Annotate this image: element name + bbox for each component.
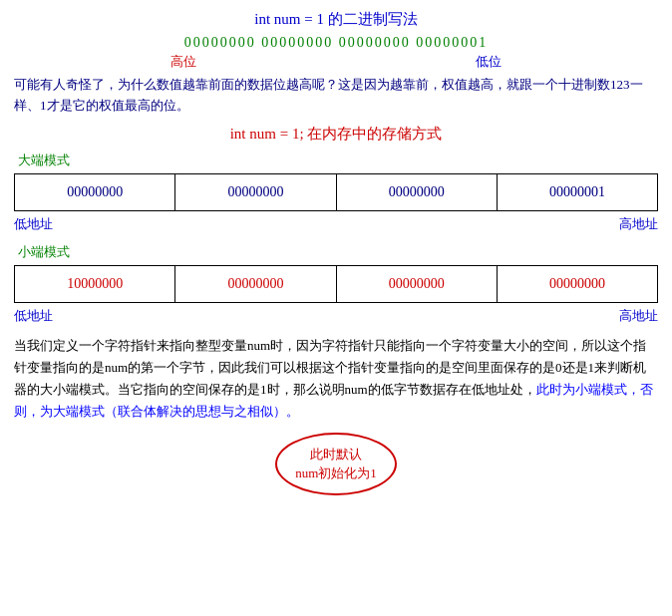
big-endian-high-addr: 高地址 (619, 215, 658, 233)
title-line: int num = 1 的二进制写法 (14, 10, 658, 29)
binary-display: 00000000 00000000 00000000 00000001 (14, 35, 658, 51)
big-endian-low-addr: 低地址 (14, 215, 53, 233)
low-label: 低位 (476, 53, 502, 71)
little-endian-byte-1: 00000000 (175, 265, 336, 302)
big-endian-section: 大端模式 00000000 00000000 00000000 00000001… (14, 152, 658, 233)
big-endian-addr-row: 低地址 高地址 (14, 215, 658, 233)
little-endian-section: 小端模式 10000000 00000000 00000000 00000000… (14, 243, 658, 325)
subtitle-line: int num = 1; 在内存中的存储方式 (14, 125, 658, 144)
binary-value: 00000000 00000000 00000000 00000001 (184, 35, 489, 50)
callout-line1: 此时默认 (310, 447, 362, 462)
callout-wrapper: 此时默认 num初始化为1 (14, 433, 658, 495)
subtitle-text: int num = 1; 在内存中的存储方式 (230, 126, 443, 142)
little-endian-byte-2: 00000000 (336, 265, 497, 302)
little-endian-table: 10000000 00000000 00000000 00000000 (14, 265, 658, 303)
big-endian-row: 00000000 00000000 00000000 00000001 (15, 173, 658, 210)
little-endian-addr-row: 低地址 高地址 (14, 307, 658, 325)
callout-line2: num初始化为1 (295, 465, 377, 480)
big-endian-table: 00000000 00000000 00000000 00000001 (14, 173, 658, 211)
description-text: 可能有人奇怪了，为什么数值越靠前面的数据位越高呢？这是因为越靠前，权值越高，就跟… (14, 75, 658, 117)
little-endian-high-addr: 高地址 (619, 307, 658, 325)
big-endian-label: 大端模式 (18, 152, 658, 169)
big-endian-byte-1: 00000000 (175, 173, 336, 210)
little-endian-label: 小端模式 (18, 243, 658, 261)
body-text: 当我们定义一个字符指针来指向整型变量num时，因为字符指针只能指向一个字符变量大… (14, 335, 658, 423)
big-endian-byte-0: 00000000 (15, 173, 175, 210)
little-endian-byte-3: 00000000 (497, 265, 657, 302)
callout-bubble: 此时默认 num初始化为1 (275, 433, 397, 495)
little-endian-low-addr: 低地址 (14, 307, 53, 325)
big-endian-byte-3: 00000001 (497, 173, 657, 210)
big-endian-byte-2: 00000000 (336, 173, 497, 210)
title-text: int num = 1 的二进制写法 (254, 11, 417, 27)
high-label: 高位 (170, 53, 196, 71)
high-low-labels: 高位 低位 (14, 53, 658, 71)
little-endian-row: 10000000 00000000 00000000 00000000 (15, 265, 658, 302)
little-endian-byte-0: 10000000 (15, 265, 175, 302)
